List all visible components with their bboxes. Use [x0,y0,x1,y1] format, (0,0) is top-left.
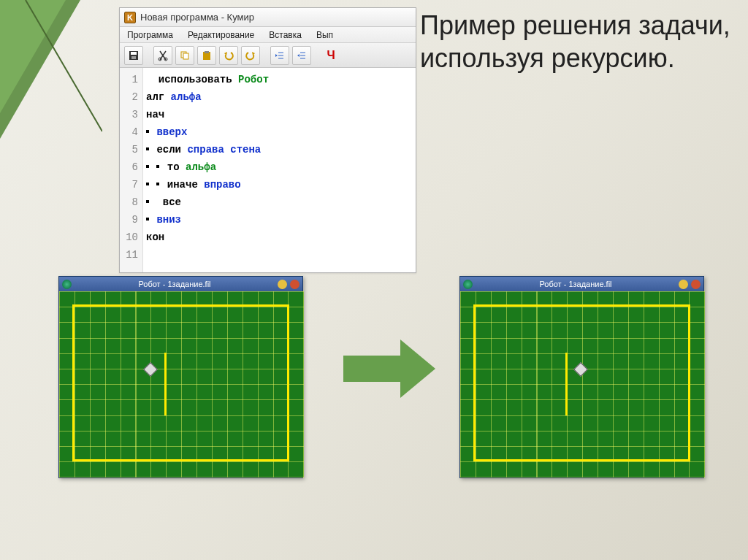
slide-title: Пример решения задачи, используя рекурси… [420,9,741,74]
robot-titlebar[interactable]: Робот - 1задание.fil [460,277,703,291]
code-area: 1234567891011 использовать Робот алг аль… [120,68,416,272]
kumir-editor-window: K Новая программа - Кумир Программа Реда… [119,7,416,273]
robot-titlebar[interactable]: Робот - 1задание.fil [59,277,302,291]
svg-line-2 [26,0,102,131]
svg-rect-5 [131,56,136,59]
app-icon [463,280,473,289]
robot-title: Робот - 1задание.fil [476,280,676,288]
robot-title: Робот - 1задание.fil [75,280,275,288]
menu-edit[interactable]: Редактирование [180,30,262,40]
field-border [72,304,289,461]
svg-marker-21 [297,54,299,57]
editor-titlebar[interactable]: K Новая программа - Кумир [120,8,416,27]
svg-marker-1 [0,0,66,113]
svg-marker-0 [0,0,80,139]
slide-decoration [0,0,102,168]
save-button[interactable] [124,46,143,65]
app-icon [62,280,72,289]
svg-rect-4 [131,52,137,55]
redo-button[interactable] [241,46,260,65]
robot-field[interactable] [59,291,304,477]
menu-insert[interactable]: Вставка [262,30,309,40]
outdent-button[interactable] [292,46,311,65]
robot-window-result: Робот - 1задание.fil [459,276,704,478]
menu-run[interactable]: Вып [309,30,340,40]
svg-marker-17 [275,54,278,57]
wall [565,353,568,415]
undo-button[interactable] [219,46,238,65]
indent-button[interactable] [270,46,289,65]
app-icon: K [124,12,136,23]
code-editor[interactable]: использовать Робот алг альфа нач вверх е… [143,68,416,272]
window-title: Новая программа - Кумир [140,12,254,23]
toolbar: Ч [120,43,416,68]
svg-rect-11 [205,51,209,53]
robot-field[interactable] [460,291,705,477]
cut-button[interactable] [153,46,172,65]
minimize-icon[interactable] [679,280,688,289]
wall [164,353,167,415]
field-border [473,304,690,461]
run-button[interactable]: Ч [321,46,340,65]
copy-button[interactable] [175,46,194,65]
close-icon[interactable] [290,280,299,289]
svg-rect-9 [183,53,188,59]
close-icon[interactable] [691,280,701,289]
paste-button[interactable] [197,46,216,65]
menubar: Программа Редактирование Вставка Вып [120,27,416,43]
robot-window-initial: Робот - 1задание.fil [58,276,303,478]
arrow-icon [343,340,446,398]
line-gutter: 1234567891011 [120,68,143,272]
minimize-icon[interactable] [278,280,287,289]
menu-program[interactable]: Программа [120,30,180,40]
